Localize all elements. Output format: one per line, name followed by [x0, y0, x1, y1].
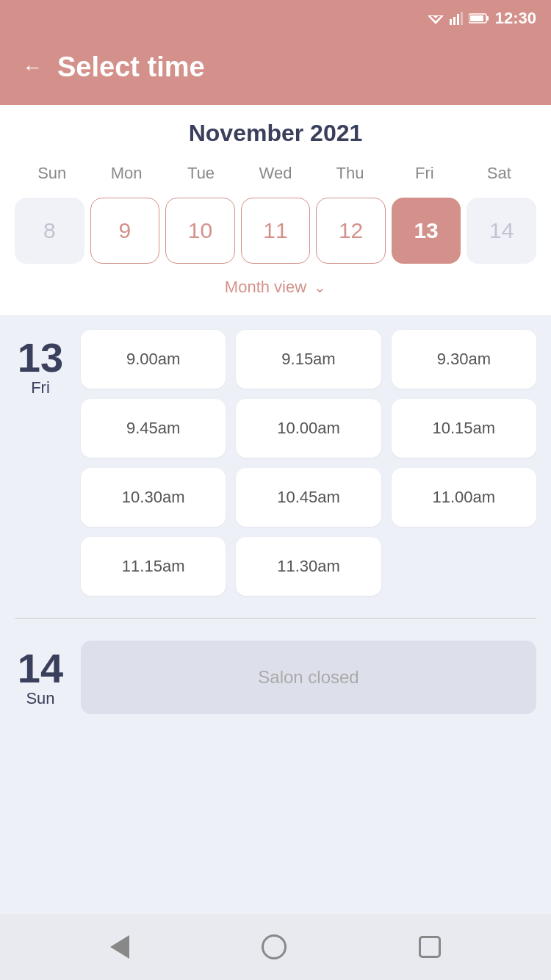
day-13-name: Fri	[31, 378, 50, 397]
back-button[interactable]: ←	[22, 56, 43, 79]
slot-1115am[interactable]: 11.15am	[81, 537, 226, 596]
slot-930am[interactable]: 9.30am	[392, 330, 536, 389]
slot-915am[interactable]: 9.15am	[236, 330, 381, 389]
page-title: Select time	[57, 51, 205, 83]
status-time: 12:30	[495, 9, 536, 28]
nav-bar	[0, 914, 551, 980]
svg-rect-5	[457, 14, 459, 25]
slot-1100am[interactable]: 11.00am	[392, 468, 536, 527]
svg-rect-6	[461, 12, 463, 25]
wifi-icon	[428, 12, 444, 24]
slot-1015am[interactable]: 10.15am	[392, 399, 536, 458]
salon-closed-block: Salon closed	[81, 641, 536, 714]
divider	[15, 618, 536, 619]
day-11[interactable]: 11	[241, 198, 311, 264]
nav-recent-button[interactable]	[419, 936, 441, 958]
day-14[interactable]: 14	[467, 198, 536, 264]
salon-closed-label: Salon closed	[258, 667, 359, 688]
slot-1030am[interactable]: 10.30am	[81, 468, 226, 527]
timeslots-section: 13 Fri 9.00am 9.15am 9.30am 9.45am 10.00…	[0, 315, 551, 914]
day-14-block: 14 Sun Salon closed	[15, 641, 536, 714]
weekday-sat: Sat	[462, 160, 536, 187]
nav-back-button[interactable]	[110, 935, 129, 959]
day-8[interactable]: 8	[15, 198, 84, 264]
days-grid: 8 9 10 11 12 13 14	[15, 194, 536, 267]
header: ← Select time	[0, 37, 551, 105]
month-view-toggle[interactable]: Month view ⌄	[15, 267, 536, 304]
day-13-number: 13	[18, 337, 63, 378]
weekday-mon: Mon	[89, 160, 163, 187]
battery-icon	[469, 12, 489, 24]
signal-icon	[450, 12, 463, 25]
slot-1130am[interactable]: 11.30am	[236, 537, 381, 596]
weekdays-row: Sun Mon Tue Wed Thu Fri Sat	[15, 160, 536, 187]
day-13-time-grid: 9.00am 9.15am 9.30am 9.45am 10.00am 10.1…	[81, 330, 536, 596]
weekday-thu: Thu	[313, 160, 387, 187]
status-bar: 12:30	[0, 0, 551, 37]
day-14-name: Sun	[26, 689, 54, 708]
day-13-label: 13 Fri	[15, 330, 66, 596]
svg-rect-9	[470, 15, 483, 21]
weekday-sun: Sun	[15, 160, 89, 187]
slot-1045am[interactable]: 10.45am	[236, 468, 381, 527]
day-13-block: 13 Fri 9.00am 9.15am 9.30am 9.45am 10.00…	[15, 330, 536, 596]
svg-rect-8	[486, 16, 489, 21]
month-title: November 2021	[15, 120, 536, 147]
day-13[interactable]: 13	[392, 198, 461, 264]
svg-rect-4	[453, 17, 455, 25]
day-9[interactable]: 9	[90, 198, 160, 264]
nav-home-button[interactable]	[262, 934, 287, 959]
day-14-label: 14 Sun	[15, 641, 66, 714]
chevron-down-icon: ⌄	[314, 278, 326, 296]
month-view-label: Month view	[225, 278, 306, 297]
day-10[interactable]: 10	[165, 198, 235, 264]
slot-945am[interactable]: 9.45am	[81, 399, 226, 458]
day-12[interactable]: 12	[316, 198, 386, 264]
svg-rect-3	[450, 19, 452, 25]
weekday-fri: Fri	[387, 160, 461, 187]
weekday-wed: Wed	[238, 160, 312, 187]
slot-1000am[interactable]: 10.00am	[236, 399, 381, 458]
calendar-section: November 2021 Sun Mon Tue Wed Thu Fri Sa…	[0, 105, 551, 315]
day-14-number: 14	[18, 648, 63, 689]
slot-900am[interactable]: 9.00am	[81, 330, 226, 389]
weekday-tue: Tue	[164, 160, 238, 187]
status-icons: 12:30	[428, 9, 536, 28]
